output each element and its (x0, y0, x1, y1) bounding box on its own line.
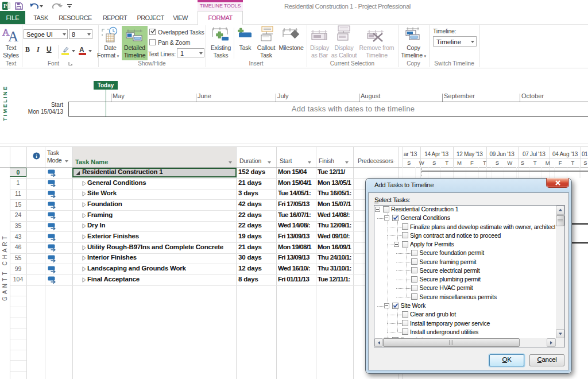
svg-text:A: A (8, 29, 18, 42)
svg-text:P: P (3, 3, 7, 9)
svg-text:A: A (79, 46, 84, 54)
